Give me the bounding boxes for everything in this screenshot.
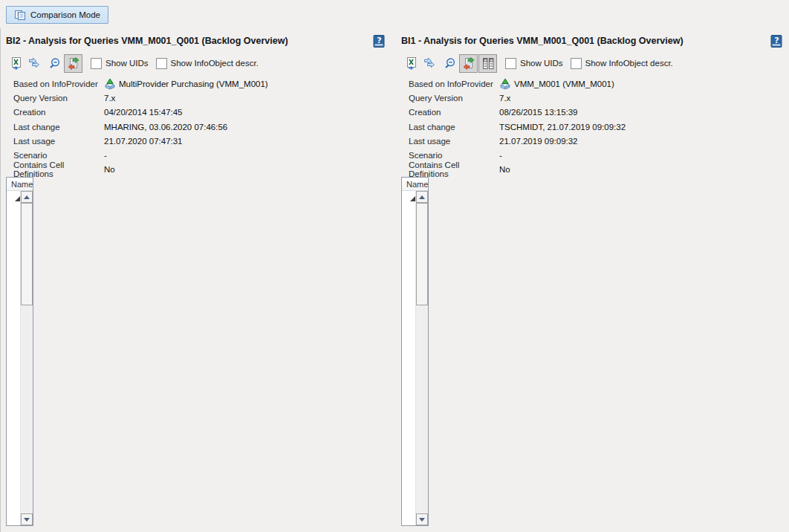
tree-row[interactable]: [0SUPPLIER] Goods Supplier (7, 340, 20, 354)
tree-row[interactable]: [0INFOPROV] InfoProvider (7, 236, 20, 250)
scrollbar-thumb[interactable] (416, 203, 428, 305)
tree-row[interactable]: [0MATERIAL] Material (402, 369, 415, 384)
tree-row[interactable]: [YVAR_0CALDAY_CE_SV_O] Last date of load… (7, 310, 20, 325)
info-value: 04/20/2014 15:47:45 (104, 108, 183, 117)
scroll-down-button[interactable] (21, 513, 33, 525)
compare-button[interactable] (64, 54, 82, 73)
tree-row[interactable]: [VMM_M001_Q001] Backlog Overview (402, 191, 415, 206)
help-icon[interactable]: ? (770, 35, 783, 48)
info-value: - (499, 151, 502, 160)
transfer-icon (423, 57, 437, 70)
expand-arrow-icon[interactable] (409, 195, 415, 202)
tree-row[interactable]: [0CALDAY] Calendar day (402, 295, 415, 310)
info-label: Based on InfoProvider (13, 80, 104, 88)
vertical-scrollbar[interactable] (20, 191, 33, 525)
scroll-down-button[interactable] (416, 513, 428, 525)
zoom-out-button[interactable] (440, 54, 458, 73)
tree-row[interactable]: Sheet (7, 265, 20, 280)
tree-row[interactable]: Key Figures (402, 429, 415, 444)
tree-row[interactable]: Characteristic Restrictions (402, 221, 415, 236)
tree-row[interactable]: [VMM_M001_CKF001] Average delivery costs (7, 518, 20, 525)
tree-row[interactable]: Columns (7, 414, 20, 429)
show-infoobject-descr-checkbox[interactable]: Show InfoObject descr. (571, 58, 673, 69)
expand-arrow-icon[interactable] (14, 195, 20, 202)
tree-row[interactable]: [YBO_QTY] Open Quantity (402, 458, 415, 473)
tree-row[interactable]: Columns (402, 414, 415, 429)
transfer-icon (28, 57, 42, 70)
tree-row[interactable]: Free Characteristics (7, 280, 20, 295)
show-infoobject-descr-checkbox[interactable]: Show InfoObject descr. (156, 58, 259, 69)
tree-row[interactable]: Rows (7, 354, 20, 369)
comparison-screen: Comparison Mode BI2 - Analysis for Queri… (0, 0, 789, 532)
tree-row[interactable]: Filter (402, 206, 415, 221)
transfer-button[interactable] (421, 54, 439, 73)
tree-row[interactable]: [0INFOPROV] InfoProvider (402, 236, 415, 250)
tree-row[interactable]: Open Quantity (7, 444, 20, 458)
tree-row[interactable]: [VMM_M001_CKF001] Average delivery costs (402, 518, 415, 525)
tree-row[interactable]: [VMM_M001_Q001] Backlog Overview (7, 191, 20, 206)
tree-row[interactable]: Characteristic Restrictions (7, 221, 20, 236)
tree-row[interactable]: Open Quantity (402, 444, 415, 458)
tree-row[interactable]: [YBO_QTY] Open Quantity (7, 458, 20, 473)
tree-row[interactable]: Key Figures (7, 429, 20, 444)
info-value: No (104, 165, 115, 174)
info-fields: Based on InfoProviderMultiProvider Purch… (13, 77, 394, 177)
tree-row[interactable]: Rows (402, 354, 415, 369)
scroll-up-button[interactable] (416, 191, 428, 203)
show-uids-checkbox[interactable]: Show UIDs (505, 58, 563, 69)
checkbox-label: Show InfoObject descr. (585, 59, 673, 68)
info-value: - (104, 151, 107, 160)
info-value: 08/26/2015 13:15:39 (499, 108, 578, 117)
info-value-text: 7.x (104, 94, 115, 103)
show-uids-checkbox[interactable]: Show UIDs (91, 58, 149, 69)
tree-rows: [VMM_M001_Q001] Backlog OverviewFilterCh… (402, 191, 415, 525)
scroll-up-button[interactable] (21, 191, 33, 203)
checkbox-box (505, 58, 516, 69)
tree-row[interactable]: [0VENDOR] Vendor (402, 384, 415, 399)
tree-row[interactable]: [0PLANT__0PURCH_ORG] Purchasing Org. (402, 399, 415, 414)
info-row: Query Version7.x (13, 91, 394, 105)
tree-row[interactable]: [YVAR_0CALDAY_CE_SV_O] Last date of load… (402, 310, 415, 325)
tree-row[interactable]: Open Value (402, 473, 415, 488)
help-icon[interactable]: ? (373, 35, 386, 48)
tree-row[interactable]: [0PSTNG_DATE] Posting date (402, 340, 415, 354)
svg-text:?: ? (377, 36, 381, 45)
tree-row[interactable]: [0BBP_PROD] Product (7, 325, 20, 340)
tree-row[interactable]: Filter (7, 206, 20, 221)
tree-row[interactable]: Average delivery costs (402, 503, 415, 518)
info-label: Last usage (409, 137, 499, 146)
compare-icon (462, 57, 475, 70)
grid-button[interactable] (478, 54, 497, 73)
tree-row[interactable]: [0P_FIL_VENDOR] Vendor (7, 399, 20, 414)
info-label: Creation (13, 108, 104, 117)
excel-export-button[interactable] (401, 54, 420, 73)
tree-row[interactable]: [RPU_B010] Backlogged Purchase Order Sch… (7, 250, 20, 265)
checkbox-box (91, 58, 102, 69)
zoom-out-icon (48, 57, 61, 70)
tree-row[interactable]: Sheet (402, 265, 415, 280)
tree-row[interactable]: Open Value (7, 473, 20, 488)
zoom-out-button[interactable] (45, 54, 63, 73)
tree-row[interactable]: Free Characteristics (402, 280, 415, 295)
checkbox-box (156, 58, 167, 69)
tree-row[interactable]: [0BBP_PROD] Product (402, 325, 415, 340)
vertical-scrollbar[interactable] (415, 191, 428, 525)
excel-export-button[interactable] (6, 54, 25, 73)
tree-row[interactable]: [YBO_VAL] Open Value (402, 488, 415, 503)
transfer-button[interactable] (25, 54, 44, 73)
tree-row[interactable]: 9IROG4JRJS0GS5OVQDFSRBA8K (7, 503, 20, 518)
info-value: MultiProvider Purchasing (VMM_M001) (104, 78, 268, 90)
info-value: 7.x (499, 94, 510, 103)
tree-row[interactable]: [0VENDOR] Vendor (7, 384, 20, 399)
tree-row[interactable]: [0MATERIAL] Material (7, 369, 20, 384)
tree-row[interactable]: [0CALDAY] Calendar day (7, 295, 20, 310)
compare-button[interactable] (459, 54, 478, 73)
info-row: Based on InfoProviderVMM_M001 (VMM_M001) (409, 77, 783, 91)
info-value-text: 08/26/2015 13:15:39 (499, 108, 578, 117)
scrollbar-thumb[interactable] (21, 203, 33, 305)
tree-row[interactable]: [RPU_B010] Backlogged Purchase Order Sch… (402, 250, 415, 265)
panel-title: BI1 - Analysis for Queries VMM_M001_Q001… (401, 36, 684, 46)
checkbox-box (571, 58, 582, 69)
info-value-text: MHARING, 03.06.2020 07:46:56 (104, 123, 227, 132)
tree-row[interactable]: [YBO_VAL] Open Value (7, 488, 20, 503)
